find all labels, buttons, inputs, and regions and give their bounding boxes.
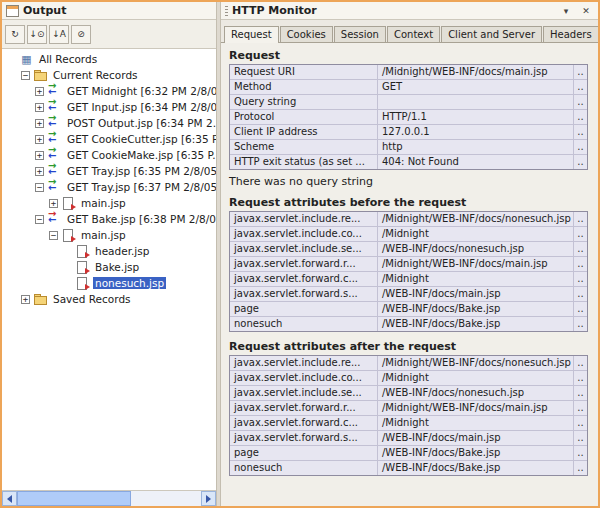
property-row: page/WEB-INF/docs/Bake.jsp.. <box>230 446 587 461</box>
tree-item[interactable]: +GET Input.jsp [6:34 PM 2/8/0... <box>2 99 216 115</box>
collapse-icon[interactable]: − <box>35 183 44 192</box>
tree-item-label: GET Midnight [6:32 PM 2/8/05... <box>65 85 216 97</box>
output-title-bar[interactable]: Output <box>2 2 216 20</box>
collapse-icon[interactable]: − <box>49 231 58 240</box>
tree-item-label: GET Bake.jsp [6:38 PM 2/8/05... <box>65 213 216 225</box>
property-name: Client IP address <box>230 125 378 139</box>
truncation-marker: .. <box>574 65 587 79</box>
reload-records-icon: ↻ <box>11 29 19 39</box>
tab-client-and-server[interactable]: Client and Server <box>441 26 542 42</box>
tree-item[interactable]: +main.jsp <box>2 195 216 211</box>
before-table: javax.servlet.include.re.../Midnight/WEB… <box>229 211 588 332</box>
tab-headers[interactable]: Headers <box>543 26 599 42</box>
tree-item-label: main.jsp <box>79 229 128 241</box>
reload-records-button[interactable]: ↻ <box>5 25 25 44</box>
truncation-marker: .. <box>574 212 587 226</box>
property-row: javax.servlet.forward.c.../Midnight.. <box>230 272 587 287</box>
tree-item[interactable]: All Records <box>2 51 216 67</box>
property-row: javax.servlet.include.co.../Midnight.. <box>230 371 587 386</box>
output-window-icon <box>6 5 19 17</box>
property-name: javax.servlet.include.se... <box>230 242 378 256</box>
no-expander <box>63 263 72 272</box>
root-icon <box>19 53 34 66</box>
records-tree: All Records−Current Records+GET Midnight… <box>2 49 216 490</box>
tree-item[interactable]: −Current Records <box>2 67 216 83</box>
truncation-marker: .. <box>574 80 587 94</box>
tree-item[interactable]: −GET Bake.jsp [6:38 PM 2/8/05... <box>2 211 216 227</box>
horizontal-scrollbar[interactable] <box>2 490 216 506</box>
expand-icon[interactable]: + <box>49 199 58 208</box>
expand-icon[interactable]: + <box>35 167 44 176</box>
record-icon <box>47 133 62 146</box>
after-table: javax.servlet.include.re.../Midnight/WEB… <box>229 355 588 476</box>
show-timestamps-button[interactable]: ⊘ <box>71 25 91 44</box>
page-icon <box>75 261 90 274</box>
tree-item-label: nonesuch.jsp <box>93 277 166 289</box>
property-name: HTTP exit status (as set ... <box>230 155 378 169</box>
page-icon <box>75 245 90 258</box>
property-name: javax.servlet.include.re... <box>230 212 378 226</box>
scroll-left-button[interactable] <box>2 491 17 506</box>
tree-item-label: GET Tray.jsp [6:35 PM 2/8/05... <box>65 165 216 177</box>
tree-item[interactable]: +GET CookieMake.jsp [6:35 P... <box>2 147 216 163</box>
expand-icon[interactable]: + <box>35 135 44 144</box>
monitor-title-bar[interactable]: HTTP Monitor ▾ ✕ <box>221 2 598 20</box>
tab-request[interactable]: Request <box>224 26 279 43</box>
monitor-title: HTTP Monitor <box>232 4 317 17</box>
truncation-marker: .. <box>574 302 587 316</box>
collapse-icon[interactable]: − <box>35 215 44 224</box>
property-name: javax.servlet.include.co... <box>230 371 378 385</box>
tree-item[interactable]: Bake.jsp <box>2 259 216 275</box>
no-expander <box>7 55 16 64</box>
tree-item[interactable]: nonesuch.jsp <box>2 275 216 291</box>
tree-item[interactable]: +GET Midnight [6:32 PM 2/8/05... <box>2 83 216 99</box>
property-value: HTTP/1.1 <box>378 110 574 124</box>
sort-alphabetically-button[interactable]: ↓A <box>49 25 69 44</box>
expand-icon[interactable]: + <box>35 119 44 128</box>
tab-context[interactable]: Context <box>387 26 440 42</box>
property-value: /Midnight/WEB-INF/docs/main.jsp <box>378 257 574 271</box>
property-row: HTTP exit status (as set ...404: Not Fou… <box>230 155 587 169</box>
no-query-text: There was no query string <box>229 175 588 188</box>
property-value: GET <box>378 80 574 94</box>
property-value: /WEB-INF/docs/Bake.jsp <box>378 461 574 475</box>
minimize-button[interactable]: ▾ <box>558 3 574 18</box>
property-name: javax.servlet.include.se... <box>230 386 378 400</box>
truncation-marker: .. <box>574 287 587 301</box>
property-row: javax.servlet.forward.s.../WEB-INF/docs/… <box>230 287 587 302</box>
tree-item[interactable]: −main.jsp <box>2 227 216 243</box>
scrollbar-track[interactable] <box>17 491 201 506</box>
property-name: javax.servlet.include.re... <box>230 356 378 370</box>
tab-cookies[interactable]: Cookies <box>280 26 333 42</box>
property-value: /WEB-INF/docs/nonesuch.jsp <box>378 386 574 400</box>
scrollbar-thumb[interactable] <box>17 491 131 506</box>
property-value: /Midnight <box>378 371 574 385</box>
property-name: nonesuch <box>230 317 378 331</box>
tab-session[interactable]: Session <box>334 26 386 42</box>
scroll-right-button[interactable] <box>201 491 216 506</box>
record-icon <box>47 101 62 114</box>
tree-item[interactable]: header.jsp <box>2 243 216 259</box>
expand-icon[interactable]: + <box>35 103 44 112</box>
record-icon <box>47 85 62 98</box>
close-button[interactable]: ✕ <box>578 3 594 18</box>
tree-item[interactable]: +Saved Records <box>2 291 216 307</box>
property-value: /Midnight/WEB-INF/docs/main.jsp <box>378 401 574 415</box>
truncation-marker: .. <box>574 386 587 400</box>
property-name: javax.servlet.include.co... <box>230 227 378 241</box>
collapse-icon[interactable]: − <box>21 71 30 80</box>
property-value: /WEB-INF/docs/main.jsp <box>378 287 574 301</box>
sort-by-time-button[interactable]: ↓⊙ <box>27 25 47 44</box>
drag-grip[interactable] <box>225 6 228 16</box>
property-row: ProtocolHTTP/1.1.. <box>230 110 587 125</box>
tree-item[interactable]: +GET CookieCutter.jsp [6:35 P... <box>2 131 216 147</box>
tree-item[interactable]: +POST Output.jsp [6:34 PM 2... <box>2 115 216 131</box>
tree-item-label: All Records <box>37 53 99 65</box>
tree-item[interactable]: +GET Tray.jsp [6:35 PM 2/8/05... <box>2 163 216 179</box>
tree-item[interactable]: −GET Tray.jsp [6:37 PM 2/8/05... <box>2 179 216 195</box>
truncation-marker: .. <box>574 140 587 154</box>
expand-icon[interactable]: + <box>21 295 30 304</box>
expand-icon[interactable]: + <box>35 87 44 96</box>
output-pane: Output ↻↓⊙↓A⊘ All Records−Current Record… <box>2 2 216 506</box>
expand-icon[interactable]: + <box>35 151 44 160</box>
